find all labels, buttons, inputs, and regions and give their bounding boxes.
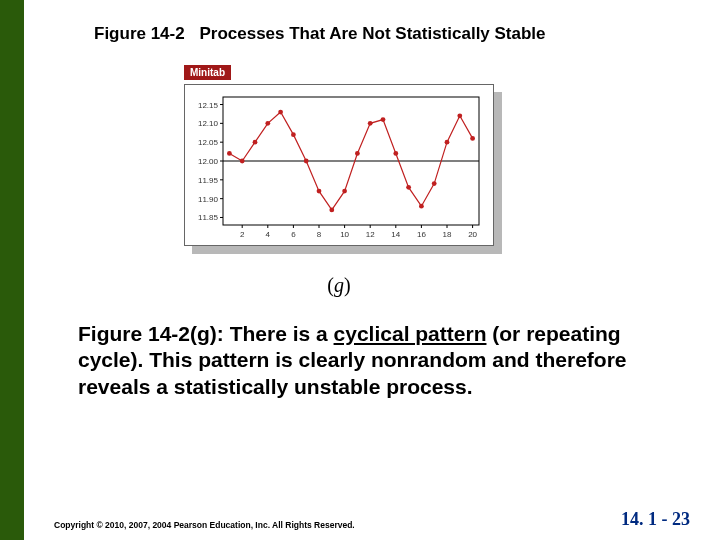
- svg-text:11.85: 11.85: [198, 213, 219, 222]
- svg-text:12.00: 12.00: [198, 157, 219, 166]
- svg-text:18: 18: [443, 230, 452, 239]
- panel-label: (g): [184, 274, 494, 297]
- control-chart: 11.8511.9011.9512.0012.0512.1012.1524681…: [189, 91, 485, 241]
- svg-point-46: [355, 151, 360, 156]
- chart-frame: 11.8511.9011.9512.0012.0512.1012.1524681…: [184, 84, 494, 246]
- svg-point-37: [240, 159, 245, 164]
- svg-point-36: [227, 151, 232, 156]
- desc-lead: Figure 14-2(g): There is a: [78, 322, 334, 345]
- svg-point-48: [381, 117, 386, 122]
- svg-point-42: [304, 159, 309, 164]
- svg-point-43: [317, 189, 322, 194]
- desc-underlined: cyclical pattern: [334, 322, 487, 345]
- slide-footer: Copyright © 2010, 2007, 2004 Pearson Edu…: [54, 509, 690, 530]
- svg-point-50: [406, 185, 411, 190]
- svg-text:11.90: 11.90: [198, 195, 219, 204]
- svg-point-39: [265, 121, 270, 126]
- svg-text:12.15: 12.15: [198, 101, 219, 110]
- figure-title-text: Processes That Are Not Statistically Sta…: [199, 24, 545, 43]
- svg-text:16: 16: [417, 230, 426, 239]
- svg-text:2: 2: [240, 230, 245, 239]
- chart-container: 11.8511.9011.9512.0012.0512.1012.1524681…: [184, 84, 494, 246]
- svg-text:10: 10: [340, 230, 349, 239]
- svg-text:8: 8: [317, 230, 322, 239]
- copyright-text: Copyright © 2010, 2007, 2004 Pearson Edu…: [54, 520, 355, 530]
- svg-point-45: [342, 189, 347, 194]
- figure-number: Figure 14-2: [94, 24, 185, 43]
- svg-point-41: [291, 132, 296, 137]
- minitab-badge: Minitab: [184, 65, 231, 80]
- page-number: 14. 1 - 23: [621, 509, 690, 530]
- svg-point-54: [457, 113, 462, 118]
- svg-point-53: [445, 140, 450, 145]
- svg-point-47: [368, 121, 373, 126]
- svg-text:4: 4: [266, 230, 271, 239]
- svg-point-40: [278, 110, 283, 115]
- svg-point-44: [329, 208, 334, 213]
- figure-description: Figure 14-2(g): There is a cyclical patt…: [78, 321, 682, 400]
- svg-text:14: 14: [391, 230, 400, 239]
- svg-point-55: [470, 136, 475, 141]
- figure-title-line: Figure 14-2 Processes That Are Not Stati…: [94, 24, 690, 44]
- svg-point-51: [419, 204, 424, 209]
- svg-point-52: [432, 181, 437, 186]
- svg-text:6: 6: [291, 230, 296, 239]
- side-accent-bar: [0, 0, 24, 540]
- slide: Figure 14-2 Processes That Are Not Stati…: [24, 0, 720, 540]
- svg-point-38: [253, 140, 258, 145]
- svg-text:20: 20: [468, 230, 477, 239]
- svg-text:12.10: 12.10: [198, 119, 219, 128]
- svg-text:12: 12: [366, 230, 375, 239]
- svg-text:11.95: 11.95: [198, 176, 219, 185]
- svg-point-49: [393, 151, 398, 156]
- svg-text:12.05: 12.05: [198, 138, 219, 147]
